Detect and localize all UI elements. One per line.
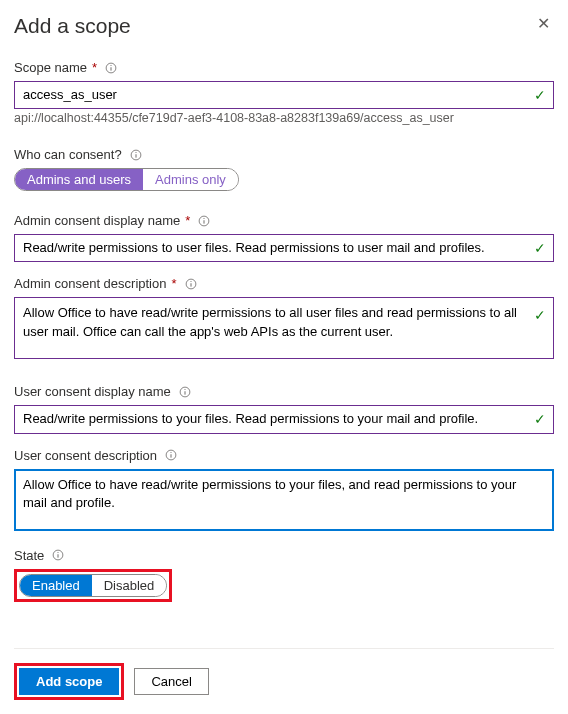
consent-admins-users[interactable]: Admins and users <box>15 169 143 190</box>
consent-admins-only[interactable]: Admins only <box>143 169 238 190</box>
checkmark-icon: ✓ <box>534 307 546 323</box>
user-desc-textarea[interactable] <box>14 469 554 531</box>
user-display-input[interactable] <box>14 405 554 433</box>
panel-title: Add a scope <box>14 14 131 38</box>
svg-point-2 <box>111 64 112 65</box>
cancel-button[interactable]: Cancel <box>134 668 208 695</box>
user-display-label: User consent display name <box>14 384 554 399</box>
svg-point-8 <box>204 218 205 219</box>
add-scope-button[interactable]: Add scope <box>19 668 119 695</box>
svg-point-14 <box>184 389 185 390</box>
info-icon[interactable] <box>165 449 177 461</box>
consent-toggle[interactable]: Admins and users Admins only <box>14 168 239 191</box>
state-enabled[interactable]: Enabled <box>20 575 92 596</box>
scope-uri-preview: api://localhost:44355/cfe719d7-aef3-4108… <box>14 111 554 125</box>
state-label: State <box>14 548 554 563</box>
close-icon[interactable]: ✕ <box>533 14 554 34</box>
admin-display-input[interactable] <box>14 234 554 262</box>
info-icon[interactable] <box>130 149 142 161</box>
svg-point-11 <box>190 281 191 282</box>
user-desc-label: User consent description <box>14 448 554 463</box>
admin-display-label: Admin consent display name* <box>14 213 554 228</box>
footer: Add scope Cancel <box>14 648 554 700</box>
info-icon[interactable] <box>185 278 197 290</box>
info-icon[interactable] <box>198 215 210 227</box>
svg-point-5 <box>135 152 136 153</box>
admin-desc-label: Admin consent description* <box>14 276 554 291</box>
admin-desc-textarea[interactable] <box>14 297 554 359</box>
info-icon[interactable] <box>105 62 117 74</box>
consent-label: Who can consent? <box>14 147 554 162</box>
checkmark-icon: ✓ <box>534 87 546 103</box>
scope-name-label: Scope name* <box>14 60 554 75</box>
svg-point-20 <box>58 552 59 553</box>
scope-name-input[interactable] <box>14 81 554 109</box>
info-icon[interactable] <box>52 549 64 561</box>
info-icon[interactable] <box>179 386 191 398</box>
state-toggle[interactable]: Enabled Disabled <box>19 574 167 597</box>
state-disabled[interactable]: Disabled <box>92 575 167 596</box>
svg-point-17 <box>171 452 172 453</box>
checkmark-icon: ✓ <box>534 411 546 427</box>
checkmark-icon: ✓ <box>534 240 546 256</box>
